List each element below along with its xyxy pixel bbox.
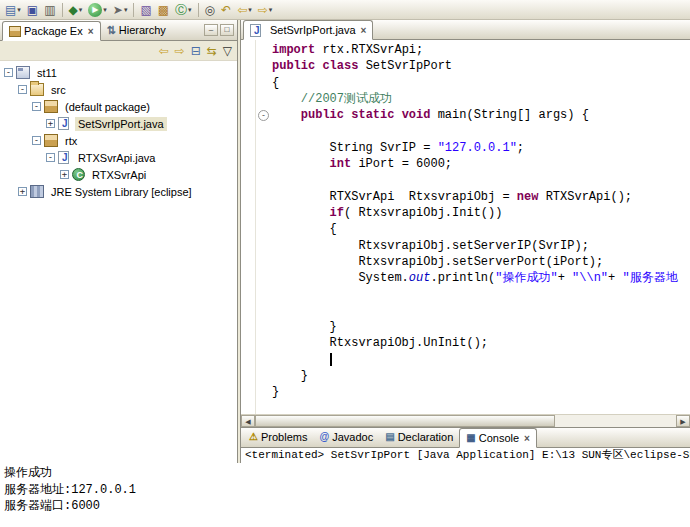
scroll-right-icon[interactable]: ▶ — [676, 415, 690, 427]
code-line[interactable]: import rtx.RTXSvrApi; — [272, 42, 690, 58]
new-class-button[interactable]: Ⓒ▾ — [172, 1, 195, 19]
tab-declaration[interactable]: ▤Declaration — [379, 427, 459, 447]
code-line[interactable] — [272, 286, 690, 302]
external-tools-button[interactable]: ➤▾ — [110, 1, 131, 19]
close-icon[interactable]: × — [361, 25, 367, 36]
code-line[interactable]: public class SetSvrIpPort — [272, 58, 690, 74]
code-line[interactable]: { — [272, 221, 690, 237]
code-line[interactable]: } — [272, 319, 690, 335]
view-menu-button[interactable]: ▽ — [223, 44, 232, 58]
code-token: main(String[] args) { — [430, 108, 588, 122]
link-with-editor-button[interactable]: ⇆ — [207, 44, 217, 58]
expand-toggle-icon[interactable]: + — [60, 170, 69, 179]
code-line[interactable]: System.out.println("操作成功"+ "\\n"+ "服务器地 — [272, 270, 690, 286]
new-button[interactable]: ▤▾ — [2, 1, 24, 19]
code-line[interactable]: RtxsvrapiObj.UnInit(); — [272, 335, 690, 351]
collapse-toggle-icon[interactable]: - — [46, 153, 55, 162]
tab-hierarchy[interactable]: ⇅ Hierarchy — [101, 20, 172, 40]
code-line[interactable] — [272, 303, 690, 319]
back-icon: ⇦ — [237, 2, 247, 18]
tab-javadoc[interactable]: @Javadoc — [313, 427, 379, 447]
tree-item[interactable]: -RTXSvrApi.java — [0, 149, 237, 166]
code-token: } — [272, 320, 337, 334]
tree-item[interactable]: +JRE System Library [eclipse] — [0, 183, 237, 200]
code-line[interactable]: } — [272, 368, 690, 384]
debug-button[interactable]: ◆▾ — [66, 1, 86, 19]
print-button[interactable]: ▥ — [41, 1, 58, 19]
scrollbar-thumb[interactable] — [255, 415, 555, 427]
code-token: int — [330, 157, 352, 171]
last-edit-location-button[interactable]: ↶ — [218, 1, 234, 19]
tree-item[interactable]: -src — [0, 81, 237, 98]
tab-console[interactable]: ▦Console× — [459, 428, 537, 448]
external-tools-icon: ➤ — [113, 2, 123, 18]
tree-item[interactable]: -rtx — [0, 132, 237, 149]
collapse-all-button[interactable]: ⊟ — [191, 44, 201, 58]
scroll-left-icon[interactable]: ◀ — [241, 415, 255, 427]
horizontal-scrollbar[interactable]: ◀ ▶ — [241, 414, 690, 427]
fold-collapse-icon[interactable]: - — [258, 110, 269, 121]
console-process-label: <terminated> SetSvrIpPort [Java Applicat… — [240, 448, 690, 463]
tab-label: Hierarchy — [119, 24, 166, 36]
collapse-toggle-icon[interactable]: - — [18, 85, 27, 94]
forward-button[interactable]: ⇨▾ — [255, 1, 276, 19]
code-line[interactable]: //2007测试成功 — [272, 91, 690, 107]
tree-item[interactable]: +RTXSvrApi — [0, 166, 237, 183]
code-editor[interactable]: - import rtx.RTXSvrApi;public class SetS… — [241, 40, 690, 414]
code-line[interactable]: public static void main(String[] args) { — [272, 107, 690, 123]
code-line[interactable] — [272, 352, 690, 368]
dropdown-arrow-icon: ▾ — [269, 6, 273, 14]
forward-history-button[interactable]: ⇨ — [175, 44, 185, 58]
tree-item-label: RTXSvrApi — [89, 168, 149, 182]
save-icon: ▣ — [27, 2, 38, 18]
view-stack-buttons: –□ — [204, 24, 237, 40]
tab-label: Declaration — [398, 431, 454, 443]
debug-icon: ◆ — [69, 2, 78, 18]
new-java-project-button[interactable]: ▧ — [137, 1, 154, 19]
run-button[interactable]: ▶▾ — [85, 1, 110, 19]
code-line[interactable]: String SvrIP = "127.0.0.1"; — [272, 140, 690, 156]
search-icon: ◎ — [205, 2, 215, 18]
close-icon[interactable]: × — [88, 26, 94, 37]
console-output-line: 操作成功 — [4, 465, 690, 482]
dropdown-arrow-icon: ▾ — [103, 6, 107, 14]
code-line[interactable]: RtxsvrapiObj.setServerIP(SvrIP); — [272, 238, 690, 254]
collapse-toggle-icon[interactable]: - — [32, 136, 41, 145]
maximize-view-button[interactable]: □ — [220, 24, 234, 36]
tab-editor-setsvripport[interactable]: SetSvrIpPort.java × — [243, 20, 373, 40]
library-icon — [30, 185, 44, 198]
minimize-view-button[interactable]: – — [204, 24, 218, 36]
code-token: { — [272, 76, 279, 90]
code-text[interactable]: import rtx.RTXSvrApi;public class SetSvr… — [272, 40, 690, 414]
new-package-button[interactable]: ▩ — [155, 1, 172, 19]
code-token: import — [272, 43, 315, 57]
back-button[interactable]: ⇦▾ — [234, 1, 255, 19]
expand-toggle-icon[interactable]: + — [46, 119, 55, 128]
explorer-tabbar: Package Ex × ⇅ Hierarchy –□ — [0, 20, 237, 41]
tree-item[interactable]: +SetSvrIpPort.java — [0, 115, 237, 132]
package-icon — [44, 134, 58, 147]
tab-problems[interactable]: ⚠Problems — [243, 427, 313, 447]
save-button[interactable]: ▣ — [24, 1, 41, 19]
collapse-toggle-icon[interactable]: - — [4, 68, 13, 77]
tab-label: Problems — [261, 431, 307, 443]
console-output[interactable]: 操作成功服务器地址:127.0.0.1服务器端口:6000 — [0, 463, 690, 527]
back-history-button[interactable]: ⇦ — [159, 44, 169, 58]
tree-item[interactable]: -(default package) — [0, 98, 237, 115]
code-line[interactable]: { — [272, 75, 690, 91]
code-line[interactable]: int iPort = 6000; — [272, 156, 690, 172]
class-icon — [72, 168, 85, 181]
code-line[interactable]: } — [272, 384, 690, 400]
close-icon[interactable]: × — [524, 433, 530, 444]
tab-package-explorer[interactable]: Package Ex × — [2, 21, 101, 41]
code-line[interactable]: RTXSvrApi RtxsvrapiObj = new RTXSvrApi()… — [272, 189, 690, 205]
code-line[interactable]: RtxsvrapiObj.setServerPort(iPort); — [272, 254, 690, 270]
collapse-toggle-icon[interactable]: - — [32, 102, 41, 111]
forward-icon: ⇨ — [258, 2, 268, 18]
expand-toggle-icon[interactable]: + — [18, 187, 27, 196]
code-line[interactable]: if( RtxsvrapiObj.Init()) — [272, 205, 690, 221]
code-line[interactable] — [272, 172, 690, 188]
code-line[interactable] — [272, 123, 690, 139]
tree-item[interactable]: -st11 — [0, 64, 237, 81]
search-button[interactable]: ◎ — [202, 1, 218, 19]
